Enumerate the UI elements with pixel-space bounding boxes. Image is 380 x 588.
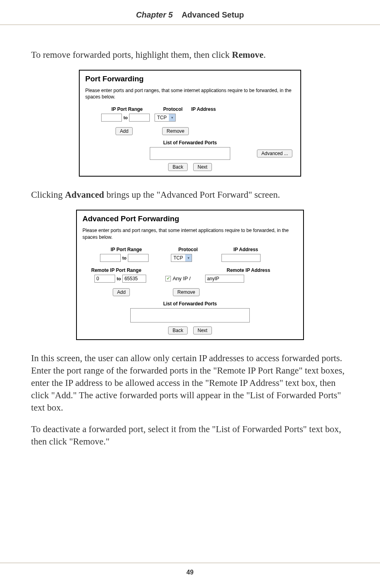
to-label: to	[117, 276, 121, 281]
add-button[interactable]: Add	[113, 288, 130, 296]
to-label: to	[123, 115, 127, 120]
section-label: Advanced Setup	[182, 10, 244, 19]
remote-port-from-input[interactable]: 0	[94, 275, 115, 283]
label-ip-port-range: IP Port Range	[97, 106, 157, 112]
label-protocol: Protocol	[157, 106, 189, 112]
advanced-button[interactable]: Advanced ...	[257, 149, 292, 157]
ip-port-to-input[interactable]	[128, 254, 149, 262]
ip-address-input[interactable]	[221, 254, 261, 262]
remove-button[interactable]: Remove	[173, 288, 200, 296]
list-heading: List of Forwarded Ports	[82, 301, 298, 307]
label-remote-ip-port-range: Remote IP Port Range	[90, 267, 167, 273]
back-button[interactable]: Back	[168, 326, 188, 334]
page-header: Chapter 5 Advanced Setup	[0, 0, 380, 25]
dialog2-title: Advanced Port Forwarding	[82, 214, 298, 223]
label-ip-address: IP Address	[218, 247, 274, 252]
to-label: to	[122, 256, 126, 260]
page-footer: 49	[0, 562, 380, 576]
dialog2-description: Please enter ports and port ranges, that…	[82, 227, 298, 240]
ip-port-to-input[interactable]	[129, 114, 150, 122]
list-heading: List of Forwarded Ports	[85, 140, 295, 146]
paragraph-explain: In this screen, the user can allow only …	[31, 352, 349, 414]
remote-port-to-input[interactable]: 65535	[122, 275, 146, 283]
forwarded-ports-listbox[interactable]	[130, 308, 250, 323]
ip-port-from-input[interactable]	[101, 114, 122, 122]
ip-port-from-input[interactable]	[100, 254, 121, 262]
port-forwarding-dialog: Port Forwarding Please enter ports and p…	[79, 70, 301, 177]
chevron-down-icon: ▾	[185, 254, 192, 262]
protocol-select[interactable]: TCP ▾	[171, 254, 192, 262]
add-button[interactable]: Add	[116, 127, 133, 135]
chapter-label: Chapter 5	[136, 10, 172, 19]
label-ip-port-range: IP Port Range	[94, 247, 158, 252]
back-button[interactable]: Back	[168, 163, 188, 171]
advanced-port-forwarding-dialog: Advanced Port Forwarding Please enter po…	[76, 210, 304, 340]
any-ip-checkbox[interactable]: ✔	[165, 276, 171, 281]
paragraph-remove: To remove forwarded ports, highlight the…	[31, 49, 349, 61]
forwarded-ports-listbox[interactable]	[150, 147, 230, 160]
dialog1-description: Please enter ports and port ranges, that…	[85, 87, 295, 100]
remove-button[interactable]: Remove	[162, 127, 189, 135]
label-remote-ip-address: Remote IP Address	[227, 267, 290, 273]
any-ip-label: Any IP /	[172, 275, 190, 281]
next-button[interactable]: Next	[193, 326, 212, 334]
label-protocol: Protocol	[158, 247, 218, 252]
chevron-down-icon: ▾	[169, 114, 175, 121]
protocol-select[interactable]: TCP ▾	[155, 114, 176, 122]
label-ip-address: IP Address	[189, 106, 231, 112]
paragraph-deactivate: To deactivate a forwarded port, select i…	[31, 423, 349, 448]
remote-ip-address-input[interactable]: anyIP	[205, 275, 244, 283]
next-button[interactable]: Next	[193, 163, 212, 171]
page-number: 49	[186, 569, 194, 576]
dialog1-title: Port Forwarding	[85, 75, 295, 83]
paragraph-advanced: Clicking Advanced brings up the "Advance…	[31, 189, 349, 201]
